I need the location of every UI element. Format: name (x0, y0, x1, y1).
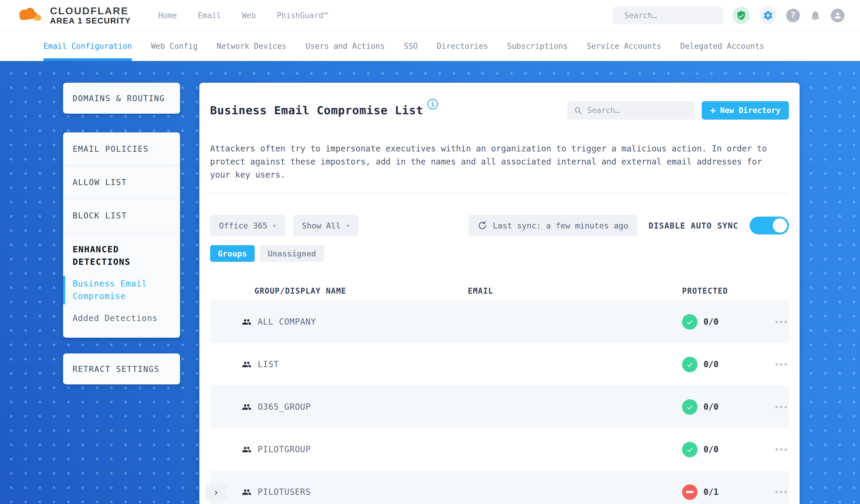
tab-email-configuration[interactable]: Email Configuration (43, 31, 132, 61)
table-header-row: GROUP/DISPLAY NAME EMAIL PROTECTED (210, 282, 789, 301)
global-search-input[interactable] (624, 11, 725, 20)
content-area: DOMAINS & ROUTINGEMAIL POLICIESALLOW LIS… (0, 61, 860, 504)
sidebar-card-3: RETRACT SETTINGS (63, 354, 180, 384)
nav-item-email[interactable]: Email (198, 11, 221, 20)
table-row: LIST0/0 (210, 343, 789, 386)
table-row: O365_GROUP0/0 (210, 386, 789, 428)
plus-icon: + (710, 106, 716, 115)
refresh-icon (477, 220, 487, 231)
tab-users-and-actions[interactable]: Users and Actions (306, 31, 385, 61)
last-sync-label: Last sync: a few minutes ago (493, 221, 628, 230)
tab-web-config[interactable]: Web Config (151, 31, 198, 61)
tab-sso[interactable]: SSO (404, 31, 418, 61)
sync-controls: Last sync: a few minutes ago DISABLE AUT… (468, 215, 789, 236)
list-search[interactable] (567, 101, 694, 120)
topbar-actions: ? (613, 7, 845, 24)
nav-item-phishguard[interactable]: PhishGuard™ (277, 11, 328, 20)
list-search-input[interactable] (587, 106, 688, 115)
table-body: ALL COMPANY0/0LIST0/0O365_GROUP0/0PILOTG… (210, 301, 789, 504)
dot-icon (785, 491, 787, 493)
tab-groups[interactable]: Groups (210, 245, 255, 262)
settings-button[interactable] (759, 7, 777, 24)
table-row: PILOTGROUP0/0 (210, 428, 789, 471)
person-icon (833, 11, 842, 20)
group-name: LIST (258, 359, 468, 369)
sidebar-item-allow-list[interactable]: ALLOW LIST (63, 166, 180, 199)
sidebar-item-retract-settings[interactable]: RETRACT SETTINGS (63, 364, 180, 374)
table-row: ALL COMPANY0/0 (210, 301, 789, 343)
info-icon[interactable]: i (427, 99, 438, 110)
column-header-email: EMAIL (468, 287, 677, 296)
group-icon (241, 445, 252, 454)
dot-icon (775, 448, 778, 451)
protected-cell: 0/1 (677, 484, 775, 500)
cloudflare-logo-icon (15, 6, 44, 25)
panel-header: Business Email Compromise List i + New D… (210, 83, 789, 120)
row-menu-button[interactable] (775, 491, 789, 493)
protected-count: 0/1 (703, 487, 719, 497)
group-icon-cell (241, 402, 258, 412)
sidebar-item-email-policies[interactable]: EMAIL POLICIES (63, 132, 180, 166)
brand-subtitle: AREA 1 SECURITY (50, 16, 131, 25)
help-button[interactable]: ? (786, 9, 800, 22)
chevron-down-icon: ▾ (346, 222, 350, 229)
tab-network-devices[interactable]: Network Devices (217, 31, 287, 61)
primary-nav: HomeEmailWebPhishGuard™ (158, 11, 328, 20)
directory-source-dropdown[interactable]: Office 365 ▾ (210, 215, 285, 236)
brand-text: CLOUDFLARE AREA 1 SECURITY (50, 5, 131, 25)
dot-icon (775, 491, 778, 493)
question-icon: ? (786, 9, 800, 22)
search-icon (574, 106, 582, 115)
divider (210, 193, 789, 193)
nav-item-web[interactable]: Web (242, 11, 256, 20)
auto-sync-toggle[interactable] (749, 217, 789, 234)
row-expander-cell: › (210, 484, 241, 501)
group-icon (241, 487, 252, 497)
security-status-button[interactable] (733, 7, 750, 24)
tab-subscriptions[interactable]: Subscriptions (507, 31, 568, 61)
sidebar-item-domains-routing[interactable]: DOMAINS & ROUTING (63, 94, 180, 103)
nav-item-home[interactable]: Home (158, 11, 177, 20)
top-bar: CLOUDFLARE AREA 1 SECURITY HomeEmailWebP… (0, 0, 860, 31)
sidebar-item-added-detections[interactable]: Added Detections (63, 312, 180, 325)
row-menu-button[interactable] (775, 321, 789, 323)
notifications-button[interactable] (809, 10, 821, 21)
tab-delegated-accounts[interactable]: Delegated Accounts (680, 31, 764, 61)
row-menu-button[interactable] (775, 406, 789, 408)
dot-icon (780, 406, 782, 408)
account-button[interactable] (831, 9, 845, 22)
show-filter-dropdown[interactable]: Show All ▾ (293, 215, 359, 236)
row-menu-button[interactable] (775, 448, 789, 451)
show-filter-value: Show All (302, 221, 341, 230)
new-directory-button[interactable]: + New Directory (702, 101, 789, 120)
secondary-nav: Email ConfigurationWeb ConfigNetwork Dev… (0, 31, 860, 61)
protected-count: 0/0 (703, 359, 719, 369)
dot-icon (785, 448, 787, 451)
group-icon-cell (241, 487, 258, 497)
groups-table: GROUP/DISPLAY NAME EMAIL PROTECTED ALL C… (210, 282, 789, 504)
tab-unassigned[interactable]: Unassigned (260, 245, 324, 262)
tab-service-accounts[interactable]: Service Accounts (587, 31, 661, 61)
tab-directories[interactable]: Directories (437, 31, 488, 61)
row-menu-button[interactable] (775, 363, 789, 366)
directory-source-value: Office 365 (219, 221, 268, 230)
chevron-down-icon: ▾ (273, 222, 276, 229)
last-sync-button[interactable]: Last sync: a few minutes ago (468, 215, 637, 236)
shield-check-icon (736, 11, 746, 20)
bell-icon (809, 10, 821, 21)
avatar (831, 9, 845, 22)
group-icon-cell (241, 317, 258, 327)
sidebar-item-block-list[interactable]: BLOCK LIST (63, 199, 180, 232)
dot-icon (775, 321, 778, 323)
brand-name: CLOUDFLARE (50, 5, 131, 16)
group-name: PILOTUSERS (258, 487, 468, 497)
sidebar-item-business-email-compromise[interactable]: Business Email Compromise (63, 277, 180, 303)
global-search[interactable] (613, 7, 723, 24)
group-icon (241, 360, 252, 369)
filter-row: Office 365 ▾ Show All ▾ Last sync: a few… (210, 215, 789, 236)
expand-row-button[interactable]: › (205, 484, 227, 501)
question-glyph: ? (791, 11, 796, 20)
column-header-group-name: GROUP/DISPLAY NAME (210, 287, 468, 296)
auto-sync-label: DISABLE AUTO SYNC (648, 221, 738, 230)
dot-icon (780, 321, 782, 323)
